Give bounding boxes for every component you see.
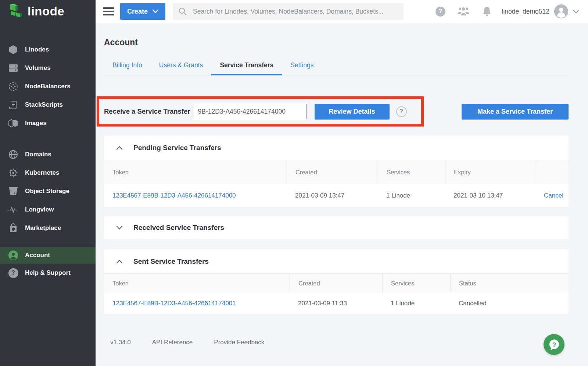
tabs: Billing Info Users & Grants Service Tran… (104, 61, 569, 75)
marketplace-icon (8, 223, 18, 233)
avatar[interactable] (554, 4, 568, 18)
sidebar-item-label: Account (25, 252, 50, 259)
transfer-token-link[interactable]: 123E4567-E89B-12D3-A456-426614174001 (112, 300, 236, 307)
tab-billing-info[interactable]: Billing Info (104, 61, 151, 75)
sidebar-item-label: Volumes (25, 64, 51, 72)
transfer-token-link[interactable]: 123E4567-E89B-12D3-A456-426614174000 (112, 192, 236, 199)
chevron-up-icon (116, 260, 122, 263)
linode-logo-icon (8, 4, 23, 21)
sidebar-item-label: Images (25, 120, 47, 127)
receive-transfer-label: Receive a Service Transfer (104, 107, 190, 116)
column-header-token: Token (104, 160, 287, 184)
search-input[interactable] (192, 7, 398, 16)
sidebar-item-stackscripts[interactable]: StackScripts (0, 96, 96, 114)
sidebar-item-nodebalancers[interactable]: NodeBalancers (0, 77, 96, 96)
sent-transfers-toggle[interactable]: Sent Service Transfers (104, 249, 569, 273)
main-area: Create ? (96, 0, 588, 366)
help-chat-button[interactable]: ? (544, 334, 564, 355)
sidebar-item-marketplace[interactable]: Marketplace (0, 219, 96, 237)
sidebar-item-help-support[interactable]: ? Help & Support (0, 264, 96, 282)
column-header-services: Services (382, 274, 450, 293)
sidebar-item-label: Help & Support (25, 269, 71, 277)
volumes-icon (8, 64, 18, 72)
linode-logo-text: linode (28, 4, 64, 18)
user-menu-chevron-icon[interactable] (573, 10, 579, 14)
sidebar-item-label: Marketplace (25, 224, 61, 232)
transfer-help-icon[interactable]: ? (396, 106, 407, 117)
linodes-icon (8, 45, 18, 54)
transfer-actions-row: Receive a Service Transfer Review Detail… (104, 96, 569, 127)
username[interactable]: linode_demo512 (502, 8, 549, 15)
domains-icon (8, 150, 18, 159)
notifications-bell-icon[interactable] (482, 6, 492, 17)
api-reference-link[interactable]: API Reference (152, 339, 193, 346)
column-header-expiry: Expiry (445, 160, 536, 184)
sidebar: linode Linodes Volumes (0, 0, 96, 366)
create-button[interactable]: Create (120, 3, 165, 20)
column-header-created: Created (287, 160, 378, 184)
column-header-services: Services (378, 160, 445, 184)
sidebar-item-label: Longview (25, 206, 54, 213)
linode-logo[interactable]: linode (0, 0, 96, 24)
tab-settings[interactable]: Settings (282, 61, 322, 75)
cell-status: Cancelled (450, 293, 569, 314)
images-icon (8, 119, 18, 128)
received-transfers-panel: Received Service Transfers (104, 216, 569, 239)
nav-divider (0, 237, 96, 247)
tab-service-transfers[interactable]: Service Transfers (211, 61, 282, 75)
tab-users-grants[interactable]: Users & Grants (151, 61, 212, 75)
kubernetes-icon (8, 168, 18, 178)
panel-title: Received Service Transfers (133, 224, 224, 232)
sidebar-item-label: Kubernetes (25, 169, 60, 177)
sidebar-item-longview[interactable]: Longview (0, 200, 96, 219)
annotation-highlight-box: Receive a Service Transfer Review Detail… (97, 96, 424, 127)
sidebar-item-volumes[interactable]: Volumes (0, 59, 96, 77)
svg-text:?: ? (552, 341, 556, 348)
chevron-down-icon (153, 10, 158, 13)
sidebar-nav: Linodes Volumes (0, 40, 96, 282)
panel-title: Sent Service Transfers (133, 257, 209, 266)
pending-transfers-panel: Pending Service Transfers Token Created … (104, 136, 569, 207)
sidebar-item-label: StackScripts (25, 101, 63, 109)
chevron-down-icon (116, 226, 122, 230)
longview-icon (8, 206, 18, 213)
cancel-link[interactable]: Cancel (544, 192, 563, 199)
chat-question-icon: ? (547, 338, 561, 352)
page-title: Account (104, 38, 569, 47)
review-details-button[interactable]: Review Details (315, 104, 390, 120)
column-header-created: Created (290, 274, 382, 293)
sidebar-item-label: Linodes (25, 46, 49, 53)
sidebar-item-account[interactable]: Account (0, 247, 96, 264)
nav-spacer (0, 132, 96, 145)
panel-title: Pending Service Transfers (133, 144, 221, 152)
help-icon: ? (8, 268, 18, 278)
help-center-icon[interactable]: ? (435, 7, 445, 17)
column-header-token: Token (104, 274, 290, 293)
sidebar-item-linodes[interactable]: Linodes (0, 40, 96, 59)
provide-feedback-link[interactable]: Provide Feedback (214, 339, 264, 346)
account-icon (8, 250, 18, 260)
cell-created: 2021-03-09 13:47 (287, 184, 378, 207)
table-row: 123E4567-E89B-12D3-A456-426614174000 202… (104, 184, 569, 207)
transfer-token-input[interactable] (194, 104, 307, 119)
received-transfers-toggle[interactable]: Received Service Transfers (104, 216, 569, 239)
create-button-label: Create (127, 8, 148, 15)
sidebar-item-label: Object Storage (25, 188, 69, 195)
community-icon[interactable] (457, 7, 470, 16)
nodebalancers-icon (8, 82, 18, 91)
search-icon (178, 7, 187, 16)
sidebar-item-kubernetes[interactable]: Kubernetes (0, 164, 96, 182)
cell-expiry: 2021-03-10 13:47 (445, 184, 536, 207)
footer: v1.34.0 API Reference Provide Feedback (104, 339, 569, 346)
column-header-status: Status (450, 274, 569, 293)
make-service-transfer-button[interactable]: Make a Service Transfer (462, 104, 569, 120)
content: Account Billing Info Users & Grants Serv… (96, 23, 588, 366)
sidebar-item-domains[interactable]: Domains (0, 145, 96, 164)
sidebar-item-object-storage[interactable]: Object Storage (0, 182, 96, 200)
sidebar-item-images[interactable]: Images (0, 114, 96, 132)
pending-transfers-toggle[interactable]: Pending Service Transfers (104, 136, 569, 160)
menu-icon[interactable] (103, 7, 114, 15)
chevron-up-icon (116, 146, 122, 150)
search-bar[interactable] (173, 3, 404, 20)
app-version: v1.34.0 (110, 339, 131, 346)
